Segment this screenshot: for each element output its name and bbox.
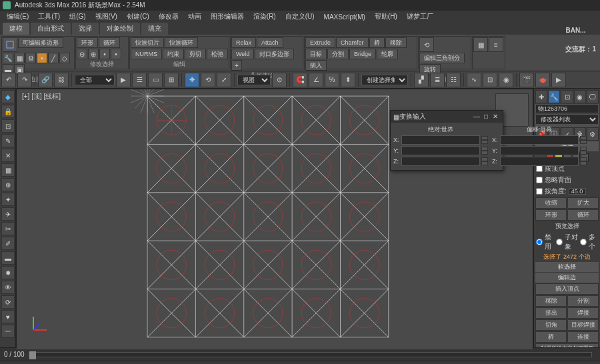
remove-edge-button[interactable]: 移除 <box>535 295 567 307</box>
plane-button[interactable]: ✈ <box>1 207 15 221</box>
panel-display-tab[interactable]: 🖵 <box>587 90 599 103</box>
cut-tool-button[interactable]: ✂ <box>1 222 15 235</box>
angle-snap-button[interactable]: ∠ <box>309 73 323 87</box>
extrude-edge-button[interactable]: 挤出 <box>535 307 567 319</box>
abs-z-input[interactable] <box>401 157 480 166</box>
dot-loop-button[interactable]: • <box>111 49 121 59</box>
pen-button[interactable]: ✐ <box>1 237 15 250</box>
layer-button[interactable]: ☷ <box>446 73 461 87</box>
burst-button[interactable]: ✹ <box>1 266 15 279</box>
menu-customize[interactable]: 自定义(U) <box>281 11 319 22</box>
move-button[interactable]: ✥ <box>185 73 199 87</box>
off-z-input[interactable] <box>500 157 579 166</box>
ribbon-tab-paint[interactable]: 对象绘制 <box>100 23 140 35</box>
pivot-button[interactable]: ⊙ <box>272 73 287 87</box>
bridge2-button[interactable]: Bridge <box>349 49 376 59</box>
spinner-snap-button[interactable]: ⬍ <box>341 73 355 87</box>
menu-modifiers[interactable]: 修改器 <box>155 11 183 22</box>
subdivide-button[interactable]: ▦ <box>473 37 488 52</box>
rotate-button[interactable]: ⟲ <box>201 73 215 87</box>
star-button[interactable]: ✦ <box>1 193 15 206</box>
panel-motion-tab[interactable]: ◉ <box>574 90 586 103</box>
loop-button[interactable]: 循环 <box>99 37 120 48</box>
redo-button[interactable]: ↷ <box>17 73 32 87</box>
viewport-label[interactable]: [+] [顶] [线框] <box>22 92 61 101</box>
time-slider[interactable] <box>29 352 592 357</box>
isolate-button[interactable]: ⊡ <box>1 119 15 133</box>
menu-render[interactable]: 渲染(R) <box>249 11 280 22</box>
bridge-edge-button[interactable]: 桥 <box>535 331 567 343</box>
menu-tools[interactable]: 工具(T) <box>34 11 64 22</box>
snap2-button[interactable]: ⊕ <box>1 178 15 191</box>
render-button[interactable]: ▶ <box>551 73 566 87</box>
preview-sub-radio[interactable] <box>556 239 563 245</box>
panel-create-tab[interactable]: ✚ <box>535 90 547 103</box>
ring-sel-button[interactable]: 环形 <box>535 209 567 221</box>
dialog-minimize-button[interactable]: — <box>472 112 481 121</box>
align-tool-button[interactable]: ≣ <box>430 73 445 87</box>
bridge-button[interactable]: 桥 <box>369 37 385 48</box>
chamfer-button[interactable]: Chamfer <box>336 37 369 48</box>
edit-note-button[interactable]: ✎ <box>1 134 15 147</box>
abs-x-input[interactable] <box>401 135 480 145</box>
panel-hierarchy-tab[interactable]: ⊡ <box>561 90 573 103</box>
xform-button[interactable]: ✕ <box>1 149 15 162</box>
dialog-close-button[interactable]: ✕ <box>491 112 500 121</box>
sub-edge-button[interactable]: ╱ <box>48 53 59 63</box>
abs-z-down[interactable] <box>481 161 488 165</box>
quickslice-button[interactable]: 快速切片 <box>131 37 164 48</box>
menu-maxscript[interactable]: MAXScript(M) <box>320 13 369 21</box>
menu-graph[interactable]: 图形编辑器 <box>207 11 248 22</box>
relax-btn[interactable]: 松弛 <box>207 49 228 59</box>
link-button[interactable]: 🔗 <box>38 73 53 87</box>
ribbon-tab-populate[interactable]: 填充 <box>141 23 168 35</box>
menu-help[interactable]: 帮助(H) <box>371 11 401 22</box>
weld-edge-button[interactable]: 焊接 <box>567 307 599 319</box>
constrain-button[interactable]: 约束 <box>163 49 184 59</box>
shrink-sel-button[interactable]: ⊖ <box>77 49 87 59</box>
off-y-input[interactable] <box>500 146 579 155</box>
topology-button[interactable]: ▦ <box>14 53 25 63</box>
dialog-restore-button[interactable]: □ <box>481 112 491 121</box>
select-button[interactable]: ▶ <box>116 73 131 87</box>
split-edge-button[interactable]: 分割 <box>567 295 599 307</box>
schematic-button[interactable]: ⊡ <box>483 73 497 87</box>
preview-multi-radio[interactable] <box>580 239 587 245</box>
preview-off-radio[interactable] <box>536 239 543 245</box>
render-frame-button[interactable]: 🫖 <box>535 73 550 87</box>
mirror-button[interactable]: ▞ <box>414 73 429 87</box>
create-button[interactable]: + <box>231 60 242 71</box>
abs-y-input[interactable] <box>401 146 480 155</box>
grid-button[interactable]: ▦ <box>1 163 15 177</box>
swirl-button[interactable]: 〰 <box>1 325 15 338</box>
cap-button[interactable]: 封口多边形 <box>255 49 294 59</box>
shape-button[interactable]: ▬ <box>1 251 15 265</box>
nurms-button[interactable]: NURMS <box>131 49 162 59</box>
editable-poly-button[interactable] <box>3 37 17 52</box>
abs-x-down[interactable] <box>481 140 488 144</box>
scale-button[interactable]: ⤢ <box>217 73 231 87</box>
create-tab-button[interactable]: ◆ <box>1 90 15 103</box>
connect-button[interactable]: 连接 <box>567 331 599 343</box>
grow-button[interactable]: 扩大 <box>567 197 599 209</box>
ring-button[interactable]: 环形 <box>77 37 98 48</box>
cut-button[interactable]: 剪切 <box>185 49 206 59</box>
angle-input[interactable] <box>569 188 586 195</box>
ribbon-tab-selection[interactable]: 选择 <box>72 23 99 35</box>
named-sets-dropdown[interactable]: 创建选择集 <box>361 75 408 85</box>
rollout-editedge[interactable]: 编辑边 <box>535 273 599 283</box>
create-shape-button[interactable]: 利用所选内容创建图形 <box>535 343 599 347</box>
off-x-input[interactable] <box>500 135 579 145</box>
menu-plugin[interactable]: 谜梦工厂 <box>403 11 437 22</box>
ignore-backface-checkbox[interactable] <box>536 177 543 183</box>
quickloop-button[interactable]: 快速循环 <box>165 37 198 48</box>
rect-select-button[interactable]: ▭ <box>148 73 163 87</box>
attach-button[interactable]: Attach <box>257 37 283 48</box>
unlink-button[interactable]: ⛓ <box>54 73 69 87</box>
loop-sel-button[interactable]: 循环 <box>567 209 599 221</box>
optimize-button[interactable]: ⚙ <box>25 53 36 63</box>
relax-tool-button[interactable]: Relax <box>231 37 256 48</box>
weld-button[interactable]: Weld <box>231 49 254 59</box>
undo-button[interactable]: ↶ <box>1 73 16 87</box>
ribbon-tab-modeling[interactable]: 建模 <box>3 23 29 35</box>
